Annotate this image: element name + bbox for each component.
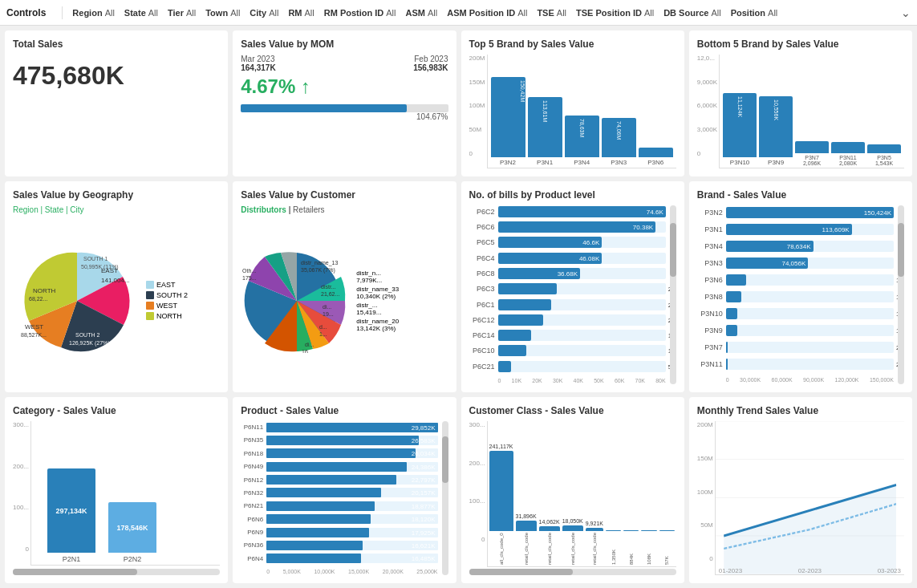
customer-card: Sales Value by Customer Distributors | R… bbox=[233, 181, 456, 393]
filter-state[interactable]: State All bbox=[124, 8, 158, 18]
brand-title: Brand - Sales Value bbox=[697, 189, 904, 201]
prod-row-p6n6: P6N6 18,120K bbox=[241, 514, 437, 524]
geo-legend: EAST SOUTH 2 WEST NORTH bbox=[146, 281, 188, 320]
customer-title: Sales Value by Customer bbox=[241, 189, 448, 201]
cat-col-p2n1: 297,134K P2N1 bbox=[47, 468, 95, 563]
product-title: Product - Sales Value bbox=[241, 405, 448, 416]
svg-text:141,004...: 141,004... bbox=[101, 277, 130, 284]
bills-scrollbar[interactable] bbox=[670, 205, 676, 385]
filter-position[interactable]: Position All bbox=[731, 8, 778, 18]
legend-north: NORTH bbox=[146, 312, 188, 320]
filter-city[interactable]: City All bbox=[250, 8, 278, 18]
prod-row-p6n32: P6N32 20,157K bbox=[241, 488, 437, 497]
svg-text:126,925K (27%): 126,925K (27%) bbox=[69, 340, 110, 347]
cc-col-retail15: 18,050K retail_cls_code_15 bbox=[562, 518, 583, 565]
svg-text:NORTH: NORTH bbox=[33, 287, 56, 294]
bottom5-col-p3n10: 11,124K P3N10 bbox=[723, 93, 757, 166]
top5-y4: 0 bbox=[469, 150, 485, 157]
dashboard: Total Sales 475,680K Sales Value by MOM … bbox=[0, 26, 917, 588]
customer-labels: distr_n...7,979K... distr_name_3310,340K… bbox=[356, 270, 399, 332]
bills-row-p6c12: P6C12 20.47K bbox=[469, 314, 666, 326]
bills-row-p6c6: P6C6 70.38K bbox=[469, 221, 666, 233]
brand-row-p3n9: P3N9 10,556K bbox=[697, 325, 894, 336]
category-scrollbar[interactable] bbox=[13, 569, 220, 575]
top5-col-p3n6: P3N6 bbox=[639, 148, 673, 166]
geo-pie-svg: EAST 141,004... SOUTH 1 50,995K (11%) NO… bbox=[13, 245, 141, 357]
filter-rm[interactable]: RM All bbox=[288, 8, 314, 18]
filter-tse-position[interactable]: TSE Position ID All bbox=[576, 8, 654, 18]
bills-row-p6c2: P6C2 74.6K bbox=[469, 206, 666, 217]
monthly-trend-svg bbox=[716, 421, 904, 574]
brand-row-p3n6: P3N6 18,877K bbox=[697, 274, 894, 286]
controls-button[interactable]: Controls bbox=[6, 7, 46, 18]
mom-feb-val: 156,983K bbox=[413, 63, 448, 72]
cc-col-108k: 108K bbox=[641, 530, 656, 565]
mom-bar-fill bbox=[241, 104, 407, 112]
category-card: Category - Sales Value 300... 200... 100… bbox=[5, 397, 228, 583]
top5-bar-p3n6 bbox=[639, 148, 673, 157]
filter-rm-position[interactable]: RM Postion ID All bbox=[324, 8, 396, 18]
prod-row-p6n4: P6N4 16,485K bbox=[241, 554, 437, 563]
bills-title: No. of bills by Product level bbox=[469, 189, 676, 201]
filter-tse[interactable]: TSE All bbox=[537, 8, 566, 18]
brand-row-p3n3: P3N3 74,056K bbox=[697, 258, 894, 269]
product-scrollbar[interactable] bbox=[442, 421, 448, 575]
custclass-scrollbar[interactable] bbox=[469, 569, 676, 575]
svg-text:di...: di... bbox=[305, 342, 314, 347]
brand-scrollbar[interactable] bbox=[898, 205, 904, 385]
custclass-title: Customer Class - Sales Value bbox=[469, 405, 676, 416]
product-bars: P6N11 29,852K P6N35 26,583K P6N18 26,034… bbox=[241, 421, 437, 575]
cat-col-p2n2: 178,546K P2N2 bbox=[108, 502, 156, 563]
product-card: Product - Sales Value P6N11 29,852K P6N3… bbox=[233, 397, 456, 583]
top5-title: Top 5 Brand by Sales Value bbox=[469, 39, 676, 50]
filter-region[interactable]: Region All bbox=[72, 8, 115, 18]
geo-subtitle: Region | State | City bbox=[13, 205, 220, 214]
mom-title: Sales Value by MOM bbox=[241, 39, 448, 50]
top5-y1: 150M bbox=[469, 79, 485, 86]
filter-asm-position[interactable]: ASM Position ID All bbox=[447, 8, 527, 18]
svg-marker-26 bbox=[724, 485, 896, 574]
filter-town[interactable]: Town All bbox=[205, 8, 240, 18]
filter-tier[interactable]: Tier All bbox=[168, 8, 196, 18]
filter-asm[interactable]: ASM All bbox=[406, 8, 438, 18]
mom-bar-container bbox=[241, 104, 448, 112]
bottom5-card: Bottom 5 Brand by Sales Value 12,0... 9,… bbox=[689, 30, 912, 176]
mom-mar-val: 164,317K bbox=[241, 63, 275, 72]
prod-row-p6n9: P6N9 17,925K bbox=[241, 528, 437, 537]
brand-row-p3n1: P3N1 113,609K bbox=[697, 224, 894, 235]
top5-bar-p3n3: 74,06M bbox=[602, 118, 636, 157]
svg-text:16...: 16... bbox=[302, 349, 313, 353]
total-sales-value: 475,680K bbox=[13, 61, 220, 91]
top5-col-p3n1: 113,61M P3N1 bbox=[528, 97, 562, 166]
top5-bar-p3n2: 150,42M bbox=[491, 77, 525, 157]
cc-col-retail07: 9,921K retail_cls_code_07 bbox=[586, 521, 603, 565]
bottom5-col-p3n5: P3N5 1,543K bbox=[867, 144, 901, 166]
brand-row-p3n10: P3N10 11,124K bbox=[697, 308, 894, 319]
svg-text:35,067K (7%): 35,067K (7%) bbox=[301, 267, 335, 274]
brand-row-p3n8: P3N8 12,881K bbox=[697, 291, 894, 302]
svg-text:21,62...: 21,62... bbox=[321, 291, 339, 297]
monthly-title: Monthly Trend Sales Value bbox=[697, 405, 904, 416]
bills-row-p6c4: P6C4 46.08K bbox=[469, 253, 666, 264]
bills-row-p6c1: P6C1 23.84K bbox=[469, 299, 666, 310]
prod-row-p6n21: P6N21 18,877K bbox=[241, 501, 437, 511]
mom-pct-label: 104.67% bbox=[241, 112, 448, 121]
svg-text:175...: 175... bbox=[242, 275, 257, 281]
cc-col-1350k: 1,350K bbox=[606, 530, 621, 565]
prod-row-p6n49: P6N49 24,386K bbox=[241, 462, 437, 472]
expand-icon[interactable]: ⌄ bbox=[901, 6, 911, 19]
brand-row-p3n7: P3N7 2,096K bbox=[697, 342, 894, 353]
filter-db-source[interactable]: DB Source All bbox=[663, 8, 720, 18]
svg-text:d...: d... bbox=[319, 324, 327, 330]
svg-text:68,22...: 68,22... bbox=[29, 296, 47, 302]
top5-col-p3n2: 150,42M P3N2 bbox=[491, 77, 525, 166]
brand-row-p3n2: P3N2 150,424K bbox=[697, 207, 894, 218]
bills-row-p6c8: P6C8 36.68K bbox=[469, 268, 666, 279]
customer-pie-svg: distr_name_13 35,067K (7%) distr... 21,6… bbox=[241, 249, 353, 353]
top5-card: Top 5 Brand by Sales Value 200M 150M 100… bbox=[461, 30, 684, 176]
svg-text:SOUTH 1: SOUTH 1 bbox=[83, 256, 108, 262]
svg-text:distr_name_13: distr_name_13 bbox=[301, 260, 338, 266]
prod-row-p6n11: P6N11 29,852K bbox=[241, 423, 437, 432]
bills-row-p6c5: P6C5 46.6K bbox=[469, 237, 666, 248]
mom-feb-label: Feb 2023 bbox=[414, 55, 448, 63]
